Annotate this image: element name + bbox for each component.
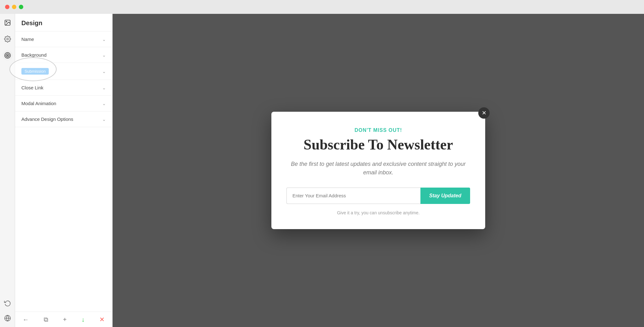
panel-section-close-link[interactable]: Close Link ⌄ xyxy=(15,80,112,96)
chevron-down-icon: ⌄ xyxy=(102,53,106,58)
modal-popup: ✕ DON'T MISS OUT! Subscribe To Newslette… xyxy=(271,112,485,229)
chevron-down-icon: ⌄ xyxy=(102,85,106,90)
add-button[interactable]: + xyxy=(63,316,67,323)
panel-section-name[interactable]: Name ⌄ xyxy=(15,31,112,47)
subscribe-button[interactable]: Stay Updated xyxy=(420,188,470,204)
close-button[interactable] xyxy=(5,5,9,9)
email-input[interactable] xyxy=(286,188,420,204)
download-button[interactable]: ↓ xyxy=(81,316,85,323)
modal-form: Stay Updated xyxy=(286,188,470,204)
app-body: Design Name ⌄ Background ⌄ Submission ⌄ … xyxy=(0,14,644,327)
modal-footnote: Give it a try, you can unsubscribe anyti… xyxy=(286,210,470,215)
sidebar-icons xyxy=(0,14,15,327)
delete-button[interactable]: ✕ xyxy=(99,316,105,323)
section-advance-label: Advance Design Options xyxy=(21,116,73,122)
back-button[interactable]: ← xyxy=(23,316,29,323)
panel-section-advance-design[interactable]: Advance Design Options ⌄ xyxy=(15,111,112,127)
section-background-label: Background xyxy=(21,52,47,58)
svg-point-1 xyxy=(6,21,7,22)
sidebar-icon-target[interactable] xyxy=(3,50,13,60)
panel-section-background[interactable]: Background ⌄ xyxy=(15,47,112,63)
panel-section-modal-animation[interactable]: Modal Animation ⌄ xyxy=(15,96,112,111)
title-bar xyxy=(0,0,644,14)
chevron-down-icon: ⌄ xyxy=(102,101,106,106)
traffic-lights xyxy=(5,5,23,9)
section-close-link-label: Close Link xyxy=(21,85,43,90)
svg-point-3 xyxy=(4,53,10,58)
svg-point-5 xyxy=(7,55,8,56)
section-modal-animation-label: Modal Animation xyxy=(21,101,56,106)
modal-title: Subscribe To Newsletter xyxy=(286,137,470,153)
svg-point-4 xyxy=(6,54,9,57)
chevron-down-icon: ⌄ xyxy=(102,117,106,122)
modal-tag: DON'T MISS OUT! xyxy=(286,127,470,133)
sidebar-icon-image[interactable] xyxy=(3,18,13,28)
submission-badge[interactable]: Submission xyxy=(21,68,49,75)
svg-point-2 xyxy=(7,38,8,40)
minimize-button[interactable] xyxy=(12,5,16,9)
modal-close-button[interactable]: ✕ xyxy=(478,107,490,119)
sidebar-icon-settings[interactable] xyxy=(3,34,13,44)
sidebar-bottom-icons xyxy=(3,298,13,327)
window-button[interactable]: ⧉ xyxy=(44,316,48,323)
maximize-button[interactable] xyxy=(19,5,23,9)
modal-overlay: ✕ DON'T MISS OUT! Subscribe To Newslette… xyxy=(113,14,644,327)
design-panel: Design Name ⌄ Background ⌄ Submission ⌄ … xyxy=(15,14,113,327)
chevron-down-icon: ⌄ xyxy=(102,37,106,42)
panel-section-submission[interactable]: Submission ⌄ xyxy=(15,63,112,80)
canvas-area: ✕ DON'T MISS OUT! Subscribe To Newslette… xyxy=(113,14,644,327)
sidebar-icon-history[interactable] xyxy=(3,298,13,308)
section-name-label: Name xyxy=(21,37,34,42)
panel-title: Design xyxy=(15,14,112,31)
sidebar-icon-globe[interactable] xyxy=(3,313,13,323)
modal-subtitle: Be the first to get latest updates and e… xyxy=(286,160,470,177)
chevron-down-icon: ⌄ xyxy=(102,69,106,74)
panel-bottom-toolbar: ← ⧉ + ↓ ✕ xyxy=(15,312,112,327)
